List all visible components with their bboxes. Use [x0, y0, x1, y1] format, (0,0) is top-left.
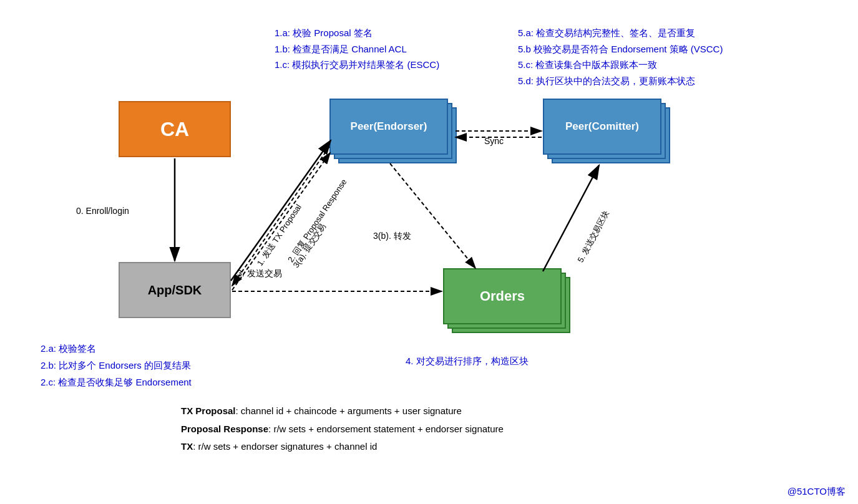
def-line1: TX Proposal: channel id + chaincode + ar…: [181, 402, 504, 420]
svg-line-11: [543, 165, 599, 271]
svg-line-8: [390, 163, 475, 268]
note-2a: 2.a: 校验签名: [41, 340, 192, 357]
watermark: @51CTO博客: [787, 486, 846, 498]
sync-label: Sync: [484, 136, 504, 146]
note-5c: 5.c: 检查读集合中版本跟账本一致: [518, 57, 723, 73]
note-1a: 1.a: 校验 Proposal 签名: [275, 25, 439, 41]
top-left-notes: 1.a: 校验 Proposal 签名 1.b: 检查是否满足 Channel …: [275, 25, 439, 73]
def-proposal-response-term: Proposal Response: [181, 424, 268, 434]
ca-box: CA: [119, 101, 231, 157]
forward-label: 3(b). 转发: [373, 231, 411, 242]
note-1b: 1.b: 检查是否满足 Channel ACL: [275, 41, 439, 57]
label-send-block: 5. 发送交易区块: [575, 208, 612, 264]
peer-endorser-stack: Peer(Endorser): [329, 99, 457, 163]
app-sdk-box: App/SDK: [119, 262, 231, 318]
def-tx-term: TX: [181, 441, 193, 452]
def-tx-rest: : r/w sets + endorser signatures + chann…: [193, 441, 377, 452]
def-tx-proposal-rest: : channel id + chaincode + arguments + u…: [236, 405, 462, 416]
def-line2: Proposal Response: r/w sets + endorsemen…: [181, 420, 504, 439]
diagram-container: 1.a: 校验 Proposal 签名 1.b: 检查是否满足 Channel …: [0, 0, 858, 504]
peer-comitter-stack: Peer(Comitter): [543, 99, 670, 163]
orders-label: Orders: [480, 288, 525, 304]
peer-endorser-label: Peer(Endorser): [351, 120, 427, 133]
orders-box-front: Orders: [443, 268, 562, 324]
svg-line-4: [231, 140, 331, 281]
enroll-label: 0. Enroll/login: [76, 206, 129, 216]
app-label: App/SDK: [148, 283, 202, 298]
def-tx-proposal-term: TX Proposal: [181, 405, 236, 416]
def-line3: TX: r/w sets + endorser signatures + cha…: [181, 438, 504, 456]
note-5a: 5.a: 检查交易结构完整性、签名、是否重复: [518, 25, 723, 41]
note-1c: 1.c: 模拟执行交易并对结果签名 (ESCC): [275, 57, 439, 73]
ca-label: CA: [160, 118, 189, 141]
bottom-left-notes: 2.a: 校验签名 2.b: 比对多个 Endorsers 的回复结果 2.c:…: [41, 340, 192, 390]
bottom-center-note: 4. 对交易进行排序，构造区块: [406, 356, 529, 367]
note-5d: 5.d: 执行区块中的合法交易，更新账本状态: [518, 73, 723, 89]
top-right-notes: 5.a: 检查交易结构完整性、签名、是否重复 5.b 校验交易是否符合 Endo…: [518, 25, 723, 89]
note-2b: 2.b: 比对多个 Endorsers 的回复结果: [41, 357, 192, 374]
peer-comitter-label: Peer(Comitter): [565, 120, 639, 133]
peer-comitter-box-front: Peer(Comitter): [543, 99, 661, 155]
orders-stack: Orders: [443, 268, 570, 333]
definition-box: TX Proposal: channel id + chaincode + ar…: [181, 402, 504, 456]
peer-endorser-box-front: Peer(Endorser): [329, 99, 448, 155]
send-tx-label: 3. 发送交易: [237, 268, 282, 279]
def-proposal-response-rest: : r/w sets + endorsement statement + end…: [268, 424, 504, 434]
note-5b: 5.b 校验交易是否符合 Endorsement 策略 (VSCC): [518, 41, 723, 57]
note-2c: 2.c: 检查是否收集足够 Endorsement: [41, 374, 192, 390]
